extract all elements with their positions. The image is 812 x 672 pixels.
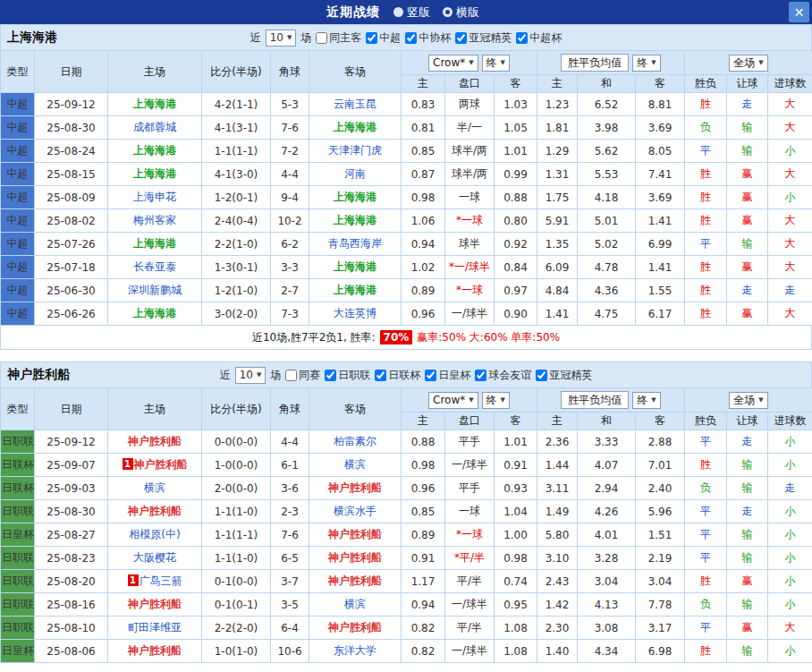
home-team-name[interactable]: 横滨 xyxy=(144,481,165,494)
home-team-name[interactable]: 成都蓉城 xyxy=(133,121,176,133)
odds-source-select[interactable]: Crow*▼ xyxy=(428,55,478,72)
away-team-name[interactable]: 神户胜利船 xyxy=(328,574,382,587)
checkbox-icon[interactable] xyxy=(375,370,386,381)
filter-checkbox-1[interactable]: 中超 xyxy=(366,30,401,46)
filter-checkbox-3[interactable]: 亚冠精英 xyxy=(455,30,512,46)
layout-option-vertical[interactable]: 竖版 xyxy=(393,4,430,21)
team-section-2: 神户胜利船近10▼场同赛日职联日联杯日皇杯球会友谊亚冠精英类型日期主场比分(半场… xyxy=(0,362,812,663)
home-team-cell: 神户胜利船 xyxy=(108,593,202,617)
team-header-bar: 上海海港近10▼场同主客中超中协杯亚冠精英中超杯 xyxy=(0,24,812,50)
home-team-name[interactable]: 町田泽维亚 xyxy=(128,621,182,634)
final-odds-select[interactable]: 终▼ xyxy=(482,55,510,72)
match-date: 25-06-30 xyxy=(35,279,108,302)
filter-checkbox-2[interactable]: 中协杯 xyxy=(405,30,451,46)
home-team-name[interactable]: 神户胜利船 xyxy=(128,644,182,657)
checkbox-icon[interactable] xyxy=(455,32,467,44)
avg-odds-box[interactable]: 胜平负均值 xyxy=(561,54,629,72)
home-team-name[interactable]: 神户胜利船 xyxy=(128,598,182,610)
filter-checkbox-0[interactable]: 同赛 xyxy=(285,368,320,383)
checkbox-icon[interactable] xyxy=(536,370,547,381)
away-team-name[interactable]: 上海海港 xyxy=(334,214,376,226)
filter-bar: 近10▼场同主客中超中协杯亚冠精英中超杯 xyxy=(1,30,811,47)
corner-score: 2-7 xyxy=(271,279,309,302)
home-team-name[interactable]: 梅州客家 xyxy=(133,214,176,226)
away-team-name[interactable]: 大连英博 xyxy=(334,307,376,319)
checkbox-icon[interactable] xyxy=(475,370,486,381)
away-team-name[interactable]: 上海海港 xyxy=(334,121,376,133)
filter-checkbox-1[interactable]: 日职联 xyxy=(325,368,370,383)
away-team-name[interactable]: 横滨 xyxy=(344,458,366,471)
odds-source-select[interactable]: Crow*▼ xyxy=(428,392,478,409)
away-team-name[interactable]: 青岛西海岸 xyxy=(328,237,382,250)
away-team-name[interactable]: 横滨 xyxy=(344,598,366,610)
home-team-name[interactable]: 神户胜利船 xyxy=(134,458,188,471)
scope-select[interactable]: 全场▼ xyxy=(729,55,767,72)
away-team-name[interactable]: 上海海港 xyxy=(334,260,376,273)
match-count-select[interactable]: 10▼ xyxy=(235,367,266,384)
layout-option-horizontal[interactable]: 横版 xyxy=(443,4,479,21)
away-team-name[interactable]: 云南玉昆 xyxy=(334,98,376,110)
home-team-name[interactable]: 长春亚泰 xyxy=(133,260,176,273)
handicap-home-odds: 0.96 xyxy=(402,302,445,326)
final-odds-select[interactable]: 终▼ xyxy=(632,392,660,409)
result-handicap: 走 xyxy=(727,430,768,454)
home-team-name[interactable]: 广岛三箭 xyxy=(140,574,182,587)
filter-checkbox-2[interactable]: 日联杯 xyxy=(375,368,420,383)
away-team-name[interactable]: 横滨水手 xyxy=(334,505,376,517)
away-team-name[interactable]: 河南 xyxy=(344,167,366,180)
scope-select[interactable]: 全场▼ xyxy=(729,392,767,409)
checkbox-icon[interactable] xyxy=(285,370,297,381)
home-team-name[interactable]: 神户胜利船 xyxy=(128,435,182,447)
filter-checkbox-0[interactable]: 同主客 xyxy=(316,30,361,46)
final-odds-select[interactable]: 终▼ xyxy=(482,392,510,409)
away-team-name[interactable]: 上海海港 xyxy=(334,284,376,296)
final-odds-select[interactable]: 终▼ xyxy=(632,55,660,72)
checkbox-icon[interactable] xyxy=(316,32,327,44)
home-team-name[interactable]: 上海海港 xyxy=(133,144,176,157)
filter-checkbox-5[interactable]: 亚冠精英 xyxy=(536,368,592,383)
home-team-name[interactable]: 上海海港 xyxy=(133,167,176,180)
avg-away-odds: 2.19 xyxy=(636,547,685,570)
filter-checkbox-4[interactable]: 球会友谊 xyxy=(475,368,531,383)
filter-checkbox-4[interactable]: 中超杯 xyxy=(516,30,562,46)
away-team-cell: 河南 xyxy=(309,163,402,186)
match-row: 日联杯25-09-071神户胜利船1-0(0-0)6-1横滨0.98一/球半0.… xyxy=(1,454,812,477)
filter-label: 同赛 xyxy=(299,368,320,383)
home-team-name[interactable]: 上海申花 xyxy=(133,191,176,203)
home-team-name[interactable]: 上海海港 xyxy=(133,98,176,110)
home-team-name[interactable]: 相模原(中) xyxy=(129,528,180,540)
summary-bar: 近10场,胜7平2负1, 胜率:70%赢率:50% 大:60% 单率:50% xyxy=(0,326,812,350)
checkbox-icon[interactable] xyxy=(405,32,417,44)
avg-draw-odds: 4.01 xyxy=(578,523,636,547)
result-wdl: 胜 xyxy=(685,640,727,663)
filter-checkbox-3[interactable]: 日皇杯 xyxy=(425,368,470,383)
column-header: 角球 xyxy=(271,388,309,430)
checkbox-icon[interactable] xyxy=(366,32,377,44)
away-team-name[interactable]: 神户胜利船 xyxy=(328,621,382,634)
away-team-name[interactable]: 神户胜利船 xyxy=(328,481,382,494)
avg-draw-odds: 4.07 xyxy=(578,454,636,477)
match-score: 2-0(0-0) xyxy=(202,477,271,500)
home-team-name[interactable]: 大阪樱花 xyxy=(133,551,176,564)
home-team-name[interactable]: 神户胜利船 xyxy=(128,505,182,517)
handicap-home-odds: 0.82 xyxy=(402,617,445,640)
checkbox-icon[interactable] xyxy=(516,32,528,44)
match-count-select[interactable]: 10▼ xyxy=(266,30,297,47)
avg-odds-box[interactable]: 胜平负均值 xyxy=(561,391,629,409)
home-team-name[interactable]: 上海海港 xyxy=(133,237,176,250)
close-button[interactable]: ✕ xyxy=(789,2,809,22)
match-date: 25-07-26 xyxy=(35,233,108,256)
away-team-name[interactable]: 天津津门虎 xyxy=(328,144,382,157)
home-team-name[interactable]: 深圳新鹏城 xyxy=(128,284,182,296)
away-team-cell: 上海海港 xyxy=(309,209,402,233)
checkbox-icon[interactable] xyxy=(425,370,436,381)
away-team-name[interactable]: 神户胜利船 xyxy=(328,551,382,564)
home-team-name[interactable]: 上海海港 xyxy=(133,307,176,319)
handicap-away-odds: 1.03 xyxy=(495,93,537,116)
away-team-name[interactable]: 上海海港 xyxy=(334,191,376,203)
corner-score: 6-2 xyxy=(271,233,309,256)
checkbox-icon[interactable] xyxy=(325,370,336,381)
away-team-name[interactable]: 东洋大学 xyxy=(334,644,376,657)
away-team-name[interactable]: 神户胜利船 xyxy=(328,528,382,540)
away-team-name[interactable]: 柏雷素尔 xyxy=(334,435,376,447)
